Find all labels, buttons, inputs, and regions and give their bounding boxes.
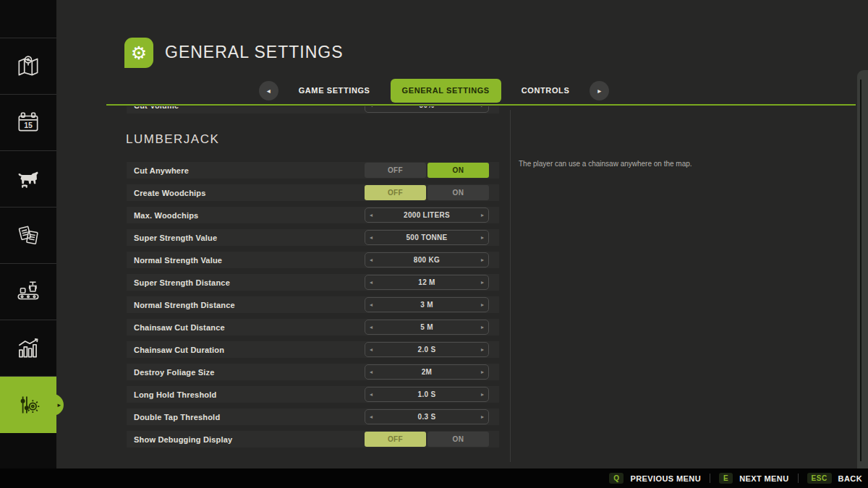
setting-label: Normal Strength Value [134,256,222,265]
value-selector[interactable]: ◂ 50% ▸ [365,106,489,113]
decrease-arrow-icon[interactable]: ◂ [370,324,373,330]
footer-hint-bar: QPREVIOUS MENUENEXT MENUESCBACK [0,468,868,488]
toggle-on-button[interactable]: ON [427,432,489,447]
value-selector[interactable]: ◂2M▸ [365,364,489,380]
increase-arrow-icon[interactable]: ▸ [481,257,484,263]
tab-bar: ◂ GAME SETTINGSGENERAL SETTINGSCONTROLS … [0,79,868,103]
value-selector[interactable]: ◂0.3 S▸ [365,409,489,424]
decrease-arrow-icon[interactable]: ◂ [370,414,373,420]
toggle-on-button[interactable]: ON [427,185,489,200]
next-tab-arrow-button[interactable]: ▸ [590,81,609,100]
setting-label: Double Tap Threshold [134,413,220,421]
footer-hint-next-menu[interactable]: ENEXT MENU [719,473,789,484]
setting-row: Double Tap Threshold◂0.3 S▸ [127,408,499,425]
previous-tab-arrow-button[interactable]: ◂ [259,81,278,100]
value-selector[interactable]: ◂1.0 S▸ [365,387,489,402]
right-arrow-icon: ▸ [597,87,601,95]
decrease-arrow-icon[interactable]: ◂ [370,369,373,375]
increase-arrow-icon[interactable]: ▸ [481,324,484,330]
selector-value: 800 KG [414,256,440,264]
setting-label: Cut Anywhere [134,166,189,175]
tab-controls[interactable]: CONTROLS [514,79,577,103]
sidebar-item-settings[interactable]: ▸ [0,377,56,433]
hint-label: PREVIOUS MENU [630,474,701,483]
increase-arrow-icon[interactable]: ▸ [481,391,484,398]
calendar-icon: 15 [14,109,42,137]
toggle-on-button[interactable]: ON [427,163,489,178]
sidebar: 15 [0,0,56,468]
setting-row: Cut AnywhereOFFON [127,162,499,179]
decrease-arrow-icon[interactable]: ◂ [370,391,373,398]
increase-arrow-icon[interactable]: ▸ [481,234,484,241]
setting-row: Destroy Foliage Size◂2M▸ [127,364,499,380]
increase-arrow-icon[interactable]: ▸ [481,369,484,375]
tab-underline [106,104,856,106]
increase-arrow-icon[interactable]: ▸ [481,212,484,218]
hint-separator [798,474,799,483]
sidebar-item-calendar[interactable]: 15 [0,95,56,151]
page-icon-badge: ⚙ [124,38,153,68]
setting-label: Chainsaw Cut Duration [134,346,224,354]
key-badge: Q [609,473,624,484]
scrollbar[interactable] [857,70,868,468]
selector-value: 0.3 S [418,413,436,421]
value-selector[interactable]: ◂800 KG▸ [365,252,489,267]
increase-arrow-icon[interactable]: ▸ [481,301,484,308]
value-selector[interactable]: ◂2000 LITERS▸ [365,207,489,223]
setting-label: Destroy Foliage Size [134,368,215,377]
active-tab-arrow-icon: ▸ [57,401,61,408]
sidebar-item-finances[interactable] [0,207,56,264]
value-selector[interactable]: ◂3 M▸ [365,297,489,312]
key-badge: ESC [807,473,832,484]
toggle-off-button[interactable]: OFF [365,163,426,178]
footer-hint-back[interactable]: ESCBACK [807,473,862,484]
increase-arrow-icon[interactable]: ▸ [481,414,484,420]
setting-row: Normal Strength Value◂800 KG▸ [127,252,499,268]
tab-list: GAME SETTINGSGENERAL SETTINGSCONTROLS [292,79,577,103]
gear-icon: ⚙ [131,44,147,62]
decrease-arrow-icon[interactable]: ◂ [370,257,373,263]
setting-label: Show Debugging Display [134,435,232,444]
clipped-setting-row: Cut Volume ◂ 50% ▸ [127,106,499,115]
production-icon [14,278,42,306]
decrease-arrow-icon[interactable]: ◂ [370,346,373,353]
tab-general-settings[interactable]: GENERAL SETTINGS [391,79,501,103]
increase-arrow-icon[interactable]: ▸ [481,106,484,108]
setting-row: Show Debugging DisplayOFFON [127,431,499,448]
selector-value: 2M [422,368,433,376]
selector-value: 1.0 S [418,390,436,398]
footer-hint-previous-menu[interactable]: QPREVIOUS MENU [609,473,701,484]
toggle-group: OFFON [365,163,489,178]
sidebar-item-production[interactable] [0,264,56,320]
setting-description: The player can use a chainsaw anywhere o… [519,160,822,168]
selector-value: 50% [420,106,435,109]
scrollbar-track [860,80,861,461]
hint-separator [710,474,710,483]
decrease-arrow-icon[interactable]: ◂ [370,301,373,308]
value-selector[interactable]: ◂500 TONNE▸ [365,230,489,245]
toggle-off-button[interactable]: OFF [365,185,426,200]
decrease-arrow-icon[interactable]: ◂ [370,106,373,108]
increase-arrow-icon[interactable]: ▸ [481,346,484,353]
sidebar-item-statistics[interactable] [0,320,56,377]
value-selector[interactable]: ◂5 M▸ [365,320,489,335]
selector-value: 2.0 S [418,346,436,354]
settings-sliders-icon [14,391,42,419]
decrease-arrow-icon[interactable]: ◂ [370,279,373,286]
value-selector[interactable]: ◂12 M▸ [365,275,489,290]
setting-label: Super Strength Distance [134,278,230,287]
setting-row: Cut Volume ◂ 50% ▸ [127,106,499,114]
value-selector[interactable]: ◂2.0 S▸ [365,342,489,357]
page-title: GENERAL SETTINGS [165,43,343,62]
statistics-icon [14,335,42,362]
selector-value: 2000 LITERS [404,211,450,219]
toggle-off-button[interactable]: OFF [365,432,426,447]
section-title: LUMBERJACK [126,132,219,147]
setting-row: Super Strength Value◂500 TONNE▸ [127,229,499,246]
decrease-arrow-icon[interactable]: ◂ [370,234,373,241]
sidebar-item-animals[interactable] [0,151,56,207]
decrease-arrow-icon[interactable]: ◂ [370,212,373,218]
increase-arrow-icon[interactable]: ▸ [481,279,484,286]
tab-game-settings[interactable]: GAME SETTINGS [292,79,378,103]
setting-label: Create Woodchips [134,189,206,197]
